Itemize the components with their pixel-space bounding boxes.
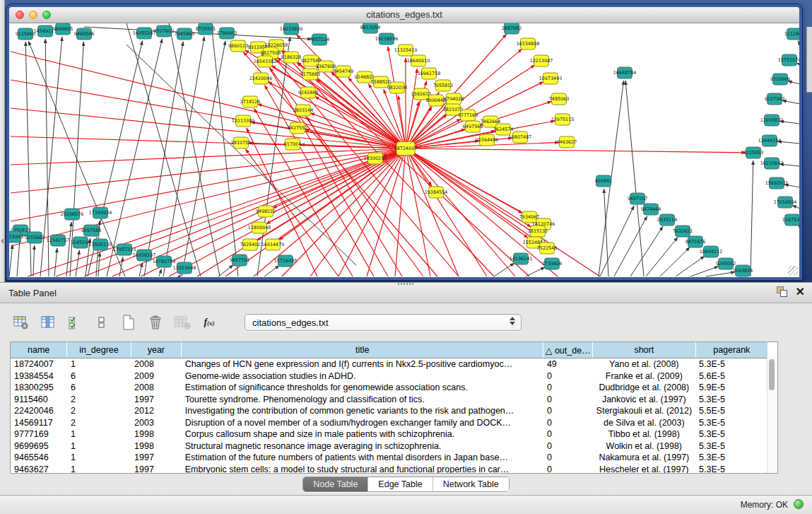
graph-node[interactable]: 15751074 bbox=[778, 54, 799, 66]
network-graph[interactable]: 1872400718300295193845549860123891295518… bbox=[9, 23, 799, 277]
graph-node[interactable]: 12213987 bbox=[530, 55, 553, 66]
graph-node[interactable]: 12093832 bbox=[760, 115, 784, 126]
right-splitter[interactable] bbox=[806, 27, 812, 93]
table-cell[interactable]: 14569117 bbox=[11, 417, 67, 429]
graph-edge[interactable] bbox=[676, 256, 705, 276]
table-cell[interactable]: 5.3E-5 bbox=[695, 358, 767, 370]
graph-node[interactable]: 16154808 bbox=[517, 38, 540, 49]
table-cell[interactable]: 0 bbox=[543, 464, 593, 474]
graph-edge[interactable] bbox=[218, 265, 233, 276]
graph-edge[interactable] bbox=[126, 23, 201, 276]
graph-edge[interactable] bbox=[182, 41, 225, 276]
graph-node[interactable]: 12975115 bbox=[551, 114, 575, 125]
graph-node[interactable]: 7522546 bbox=[537, 243, 557, 254]
graph-node[interactable]: 2935114 bbox=[657, 214, 677, 226]
graph-node[interactable]: 409541 bbox=[595, 175, 612, 187]
table-cell[interactable]: de Silva et al. (2003) bbox=[593, 417, 695, 429]
table-cell[interactable]: 5.3E-5 bbox=[695, 440, 767, 452]
column-header[interactable]: year bbox=[131, 342, 182, 358]
graph-edge[interactable] bbox=[54, 248, 57, 276]
graph-node[interactable]: 9699695 bbox=[53, 23, 73, 35]
network-canvas[interactable]: 1872400718300295193845549860123891295518… bbox=[9, 23, 799, 277]
table-cell[interactable]: 49 bbox=[543, 358, 593, 370]
table-cell[interactable]: 2 bbox=[67, 405, 131, 417]
graph-node[interactable]: 16055287 bbox=[133, 28, 156, 39]
table-cell[interactable]: 0 bbox=[543, 440, 593, 452]
graph-edge[interactable] bbox=[264, 266, 279, 276]
graph-edge[interactable] bbox=[792, 205, 799, 209]
left-splitter[interactable] bbox=[0, 0, 5, 282]
table-cell[interactable]: 6 bbox=[67, 370, 131, 382]
table-cell[interactable]: 0 bbox=[543, 370, 593, 382]
table-cell[interactable]: 2009 bbox=[131, 370, 182, 382]
float-panel-icon[interactable] bbox=[777, 286, 787, 297]
graph-node[interactable]: 9474444 bbox=[641, 204, 661, 215]
table-cell[interactable]: Nakamura et al. (1997) bbox=[593, 452, 695, 464]
table-row[interactable]: 969969511998Structural magnetic resonanc… bbox=[11, 440, 768, 452]
graph-node[interactable]: 8725501 bbox=[196, 23, 216, 35]
table-cell[interactable]: 1 bbox=[67, 452, 131, 464]
table-row[interactable]: 1872400712008Changes of HCN gene express… bbox=[11, 358, 768, 370]
column-header[interactable]: title bbox=[182, 342, 543, 358]
table-cell[interactable]: 2 bbox=[67, 417, 131, 429]
graph-edge[interactable] bbox=[119, 257, 123, 276]
table-row[interactable]: 1938455462009Genome-wide association stu… bbox=[11, 370, 768, 382]
tab-edge-table[interactable]: Edge Table bbox=[367, 477, 432, 491]
graph-node[interactable]: 9463627 bbox=[557, 136, 577, 148]
graph-node[interactable]: 2887682 bbox=[502, 23, 522, 34]
column-header[interactable]: name bbox=[11, 342, 67, 358]
graph-node[interactable]: 8454749 bbox=[334, 66, 353, 77]
table-cell[interactable]: 1997 bbox=[131, 464, 182, 474]
graph-node[interactable]: 14136141 bbox=[510, 253, 533, 264]
collapse-arrow-icon[interactable] bbox=[1, 238, 4, 244]
graph-edge[interactable] bbox=[406, 148, 746, 153]
graph-node[interactable]: 20364486 bbox=[476, 134, 499, 146]
new-table-button[interactable] bbox=[119, 313, 139, 332]
table-cell[interactable]: 0 bbox=[543, 428, 593, 440]
graph-node[interactable]: 13505135 bbox=[89, 239, 112, 250]
table-cell[interactable]: 5.6E-5 bbox=[695, 370, 767, 382]
graph-edge[interactable] bbox=[614, 216, 647, 276]
table-row[interactable]: 2242004622012Investigating the contribut… bbox=[11, 405, 768, 417]
function-builder-button[interactable]: f(x) bbox=[199, 313, 219, 332]
graph-edge[interactable] bbox=[646, 238, 678, 276]
table-selector[interactable]: citations_edges.txt bbox=[245, 314, 522, 331]
table-cell[interactable]: 0 bbox=[543, 417, 593, 429]
table-cell[interactable]: 6 bbox=[67, 382, 131, 394]
graph-node[interactable]: 11325419 bbox=[394, 45, 418, 56]
graph-edge[interactable] bbox=[406, 148, 541, 244]
splitter-grip[interactable] bbox=[398, 282, 413, 285]
graph-node[interactable]: 12444154 bbox=[758, 135, 782, 146]
column-header[interactable]: in_degree bbox=[67, 342, 131, 358]
graph-node[interactable]: 18640910 bbox=[407, 55, 430, 66]
graph-node[interactable]: 16210643 bbox=[760, 158, 784, 169]
graph-node[interactable]: 9497197 bbox=[628, 193, 647, 204]
graph-node[interactable]: 8427552 bbox=[288, 122, 307, 134]
table-cell[interactable]: Disruption of a novel member of a sodium… bbox=[182, 417, 543, 429]
table-cell[interactable]: Dudbridge et al. (2008) bbox=[593, 382, 695, 394]
table-row[interactable]: 946554611997Estimation of the future num… bbox=[11, 452, 768, 464]
graph-node[interactable]: 2718126 bbox=[240, 96, 260, 107]
table-cell[interactable]: 9465546 bbox=[11, 452, 67, 464]
scrollbar-thumb[interactable] bbox=[769, 359, 775, 390]
graph-edge[interactable] bbox=[180, 275, 180, 276]
table-cell[interactable]: Wolkin et al. (1998) bbox=[593, 440, 695, 452]
graph-node[interactable]: 7857224 bbox=[310, 34, 329, 45]
graph-node[interactable]: 17016504 bbox=[774, 197, 797, 208]
table-cell[interactable]: Investigating the contribution of common… bbox=[182, 405, 543, 417]
graph-edge[interactable] bbox=[395, 148, 406, 276]
row-height-button[interactable] bbox=[92, 313, 112, 332]
graph-edge[interactable] bbox=[625, 81, 644, 276]
column-header[interactable]: △ out_de… bbox=[543, 342, 593, 358]
graph-edge[interactable] bbox=[526, 267, 545, 276]
graph-node[interactable]: 7485063 bbox=[549, 93, 569, 105]
column-header[interactable]: short bbox=[593, 342, 695, 358]
graph-edge[interactable] bbox=[706, 272, 735, 276]
tab-node-table[interactable]: Node Table bbox=[303, 477, 367, 491]
column-header[interactable]: pagerank bbox=[695, 342, 767, 358]
delete-table-button[interactable] bbox=[146, 313, 165, 332]
table-cell[interactable]: 5.5E-5 bbox=[695, 405, 767, 417]
graph-node[interactable]: 3624574 bbox=[493, 124, 513, 135]
select-rows-button[interactable] bbox=[65, 313, 85, 332]
graph-node[interactable]: 10807487 bbox=[509, 132, 532, 143]
